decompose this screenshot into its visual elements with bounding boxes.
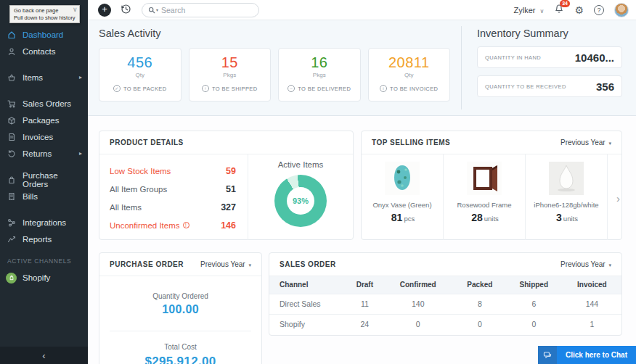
- check-circle-icon: ✓: [113, 85, 121, 92]
- sidebar-item-label: Purchase Orders: [23, 171, 81, 189]
- settings-button[interactable]: ⚙: [574, 5, 584, 15]
- product-details-title: PRODUCT DETAILS: [110, 138, 184, 146]
- item-qty: 3: [556, 212, 562, 223]
- sidebar-item-items[interactable]: Items ▸: [0, 69, 88, 86]
- dashboard-content: Sales Activity 456 Qty ✓ TO BE PACKED 15…: [88, 20, 636, 364]
- add-new-button[interactable]: +: [98, 4, 111, 17]
- unit-label: Pkgs: [279, 72, 360, 78]
- sidebar-item-returns[interactable]: Returns ▸: [0, 145, 88, 162]
- items-basket-icon: [7, 73, 17, 82]
- sidebar-item-shopify[interactable]: Shopify: [0, 269, 88, 286]
- status-label: TO BE PACKED: [123, 86, 167, 92]
- filter-label: Previous Year: [200, 260, 245, 268]
- cell-channel: Direct Sales: [269, 294, 348, 314]
- low-stock-items-link[interactable]: Low Stock Items 59: [110, 162, 236, 180]
- sidebar-item-label: Invoices: [23, 133, 53, 141]
- contacts-icon: [7, 46, 17, 56]
- top-selling-item[interactable]: iPhone6-128gb/white 3units: [526, 154, 608, 240]
- to-be-delivered-card[interactable]: 16 Pkgs – TO BE DELIVERED: [278, 48, 361, 102]
- tooltip-line-2: Pull down to show history: [14, 15, 76, 22]
- sidebar-collapse-button[interactable]: ‹: [0, 347, 88, 364]
- org-switcher[interactable]: Zylker ∨: [514, 6, 545, 15]
- stat-label: QUANTITY TO BE RECEIVED: [485, 83, 566, 90]
- top-selling-filter-dropdown[interactable]: Previous Year ▾: [560, 138, 611, 146]
- to-be-delivered-value: 16: [279, 54, 360, 71]
- bills-receipt-icon: [7, 191, 17, 201]
- top-selling-item[interactable]: Rosewood Frame 28units: [444, 154, 526, 240]
- search-input[interactable]: [161, 6, 259, 15]
- sidebar-item-label: Integrations: [23, 218, 66, 227]
- table-header-row: Channel Draft Confirmed Packed Shipped I…: [269, 276, 621, 294]
- purchase-order-card: PURCHASE ORDER Previous Year ▾ Quantity …: [99, 252, 262, 364]
- row-label: Unconfirmed Items: [110, 221, 180, 230]
- all-item-groups-link[interactable]: All Item Groups 51: [110, 180, 236, 198]
- filter-label: Previous Year: [560, 138, 606, 146]
- quantity-in-hand-row: QUANTITY IN HAND 10460...: [477, 46, 622, 68]
- top-summary-section: Sales Activity 456 Qty ✓ TO BE PACKED 15…: [88, 20, 636, 116]
- chevron-down-icon: ▾: [608, 262, 611, 268]
- sidebar-item-label: Reports: [23, 235, 52, 244]
- sidebar-item-contacts[interactable]: Contacts: [0, 43, 88, 59]
- cell-packed: 8: [454, 294, 505, 314]
- unconfirmed-items-link[interactable]: Unconfirmed Items ! 146: [110, 216, 236, 234]
- quantity-to-be-received-value: 356: [596, 80, 614, 93]
- top-selling-item[interactable]: Onyx Vase (Green) 81pcs: [362, 154, 444, 240]
- purchase-order-filter-dropdown[interactable]: Previous Year ▾: [200, 260, 251, 268]
- all-items-value: 327: [221, 202, 236, 212]
- sidebar-item-label: Dashboard: [23, 30, 63, 39]
- sidebar-item-purchase-orders[interactable]: Purchase Orders: [0, 171, 88, 188]
- to-be-packed-card[interactable]: 456 Qty ✓ TO BE PACKED: [99, 48, 182, 102]
- sales-order-filter-dropdown[interactable]: Previous Year ▾: [560, 260, 611, 268]
- row-label: All Item Groups: [110, 185, 167, 194]
- sidebar-item-bills[interactable]: Bills: [0, 188, 88, 204]
- table-row: Shopify 24 0 0 0 1: [269, 314, 621, 334]
- sidebar-item-packages[interactable]: Packages: [0, 112, 88, 128]
- user-avatar[interactable]: [614, 3, 629, 17]
- sidebar-item-reports[interactable]: Reports: [0, 231, 88, 247]
- filter-label: Previous Year: [560, 260, 606, 268]
- column-header: Packed: [454, 276, 505, 294]
- help-button[interactable]: ?: [594, 5, 604, 15]
- item-unit: units: [484, 215, 499, 223]
- item-unit: pcs: [404, 215, 415, 223]
- sidebar-item-label: Packages: [23, 116, 60, 125]
- item-unit: units: [563, 215, 578, 223]
- sidebar-item-invoices[interactable]: Invoices: [0, 128, 88, 145]
- sidebar-item-integrations[interactable]: Integrations: [0, 214, 88, 231]
- chat-button[interactable]: Click here to Chat: [538, 346, 636, 364]
- low-stock-items-value: 59: [226, 166, 236, 176]
- org-name: Zylker: [514, 6, 536, 15]
- cell-channel: Shopify: [269, 314, 348, 334]
- active-items-donut-chart: 93%: [274, 175, 327, 227]
- column-header: Invoiced: [563, 276, 621, 294]
- cell-confirmed: 0: [382, 314, 454, 334]
- active-channels-heading: ACTIVE CHANNELS: [0, 247, 88, 269]
- search-scope-caret-icon[interactable]: ▾: [156, 7, 158, 12]
- carousel-next-icon[interactable]: ›: [616, 192, 620, 204]
- recent-history-button[interactable]: [120, 3, 131, 17]
- sidebar-item-sales-orders[interactable]: Sales Orders: [0, 95, 88, 112]
- quantity-ordered-value: 100.00: [99, 303, 261, 316]
- to-be-shipped-card[interactable]: 15 Pkgs ↑ TO BE SHIPPED: [189, 48, 272, 102]
- item-name: Rosewood Frame: [444, 201, 525, 209]
- sidebar-item-label: Shopify: [23, 273, 50, 282]
- returns-arrow-icon: [7, 149, 17, 158]
- chat-button-label: Click here to Chat: [557, 346, 636, 364]
- all-item-groups-value: 51: [226, 184, 236, 194]
- notifications-button[interactable]: 34: [554, 4, 564, 17]
- item-name: Onyx Vase (Green): [362, 201, 443, 209]
- section-divider: [461, 26, 462, 109]
- all-items-link[interactable]: All Items 327: [110, 198, 236, 216]
- sales-orders-cart-icon: [7, 99, 17, 108]
- row-label: Low Stock Items: [110, 167, 171, 175]
- sidebar-item-dashboard[interactable]: Dashboard: [0, 26, 88, 43]
- browser-back-tooltip: Go back one page Pull down to show histo…: [9, 5, 80, 23]
- item-qty: 81: [391, 212, 403, 223]
- quantity-in-hand-value: 10460...: [575, 51, 614, 64]
- to-be-invoiced-card[interactable]: 20811 Qty i TO BE INVOICED: [368, 48, 451, 102]
- chevron-left-icon: ‹: [42, 350, 45, 361]
- sidebar-item-label: Returns: [23, 149, 52, 158]
- total-cost-label: Total Cost: [99, 343, 261, 351]
- app-window: Dashboard Contacts Items ▸ Sales Orders …: [0, 0, 636, 364]
- cell-confirmed: 140: [382, 294, 454, 314]
